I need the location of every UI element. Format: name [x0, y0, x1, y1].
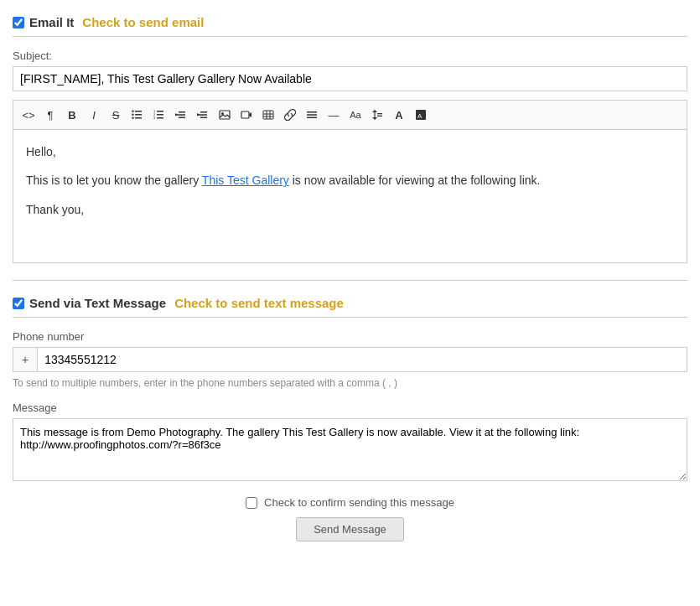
confirm-checkbox[interactable]: [246, 497, 257, 509]
svg-rect-2: [135, 117, 142, 119]
font-color-button[interactable]: A: [389, 105, 409, 125]
sms-label-text: Send via Text Message: [29, 296, 166, 310]
message-label: Message: [13, 401, 687, 414]
confirm-row: Check to confirm sending this message: [13, 496, 687, 509]
email-section: Email It Check to send email Subject: <>…: [13, 8, 687, 263]
ol-button[interactable]: 123: [149, 105, 169, 125]
link-button[interactable]: [280, 105, 300, 125]
indent-button[interactable]: [193, 105, 213, 125]
svg-point-3: [132, 111, 133, 112]
phone-hint: To send to multiple numbers, enter in th…: [13, 377, 687, 389]
subject-input[interactable]: [13, 66, 687, 91]
email-it-text: Email It: [29, 15, 74, 29]
email-body-line1: Hello,: [26, 142, 674, 161]
phone-prefix: +: [13, 348, 38, 371]
svg-marker-33: [372, 110, 377, 112]
svg-rect-6: [157, 111, 163, 112]
confirm-label: Check to confirm sending this message: [264, 496, 454, 509]
font-bg-button[interactable]: A: [411, 105, 431, 125]
svg-point-4: [132, 114, 133, 116]
svg-rect-18: [200, 117, 207, 119]
email-body-line3: Thank you,: [26, 200, 674, 219]
message-field-container: Message: [13, 401, 687, 484]
svg-rect-20: [220, 111, 230, 119]
email-check-label: Check to send email: [82, 15, 204, 29]
phone-input[interactable]: [38, 348, 687, 371]
svg-rect-1: [135, 114, 142, 116]
font-size-button[interactable]: Aa: [345, 105, 366, 125]
code-button[interactable]: <>: [18, 105, 39, 125]
sms-section: Send via Text Message Check to send text…: [13, 280, 687, 541]
svg-text:3: 3: [153, 116, 156, 120]
sms-section-header: Send via Text Message Check to send text…: [13, 289, 687, 318]
email-it-checkbox[interactable]: [13, 17, 24, 28]
email-body-line2: This is to let you know the gallery This…: [26, 171, 674, 189]
sms-check-label: Check to send text message: [174, 296, 344, 310]
editor-toolbar: <> ¶ B I S 123 — Aa: [13, 100, 687, 129]
svg-rect-12: [179, 111, 185, 113]
sms-checkbox[interactable]: [13, 298, 24, 309]
sms-label[interactable]: Send via Text Message: [13, 296, 166, 310]
svg-rect-24: [263, 111, 273, 119]
bold-button[interactable]: B: [62, 105, 82, 125]
svg-rect-29: [307, 111, 317, 113]
email-body-before-link: This is to let you know the gallery: [26, 174, 202, 187]
svg-rect-35: [377, 113, 382, 114]
hr-button[interactable]: —: [324, 105, 344, 125]
subject-field-container: Subject:: [13, 49, 687, 100]
email-body-link[interactable]: This Test Gallery: [202, 174, 289, 187]
svg-rect-0: [135, 111, 142, 112]
ul-button[interactable]: [127, 105, 148, 125]
svg-text:A: A: [417, 112, 423, 120]
subject-label: Subject:: [13, 49, 687, 62]
svg-rect-16: [200, 111, 207, 113]
email-body-after-link: is now available for viewing at the foll…: [289, 174, 541, 187]
paragraph-button[interactable]: ¶: [40, 105, 60, 125]
svg-point-5: [132, 117, 133, 119]
svg-rect-8: [157, 117, 163, 119]
image-button[interactable]: [215, 105, 235, 125]
svg-marker-34: [372, 117, 377, 120]
align-button[interactable]: [302, 105, 322, 125]
table-button[interactable]: [258, 105, 278, 125]
email-it-label[interactable]: Email It: [13, 15, 74, 29]
svg-rect-36: [377, 116, 382, 117]
video-button[interactable]: [236, 105, 257, 125]
line-height-button[interactable]: [367, 105, 387, 125]
send-message-button[interactable]: Send Message: [296, 517, 404, 541]
phone-number-label: Phone number: [13, 330, 687, 343]
email-section-header: Email It Check to send email: [13, 8, 687, 37]
svg-rect-14: [179, 117, 185, 119]
italic-button[interactable]: I: [84, 105, 104, 125]
message-textarea[interactable]: [13, 418, 687, 481]
svg-rect-31: [307, 117, 317, 119]
svg-marker-15: [175, 113, 178, 117]
email-body-editor[interactable]: Hello, This is to let you know the galle…: [13, 129, 687, 263]
svg-marker-19: [197, 113, 200, 117]
outdent-button[interactable]: [171, 105, 191, 125]
strikethrough-button[interactable]: S: [106, 105, 126, 125]
svg-rect-22: [241, 111, 249, 118]
phone-field: +: [13, 347, 687, 372]
svg-rect-30: [307, 114, 317, 116]
svg-point-21: [221, 112, 224, 115]
svg-rect-7: [157, 114, 163, 116]
phone-field-container: Phone number + To send to multiple numbe…: [13, 330, 687, 389]
